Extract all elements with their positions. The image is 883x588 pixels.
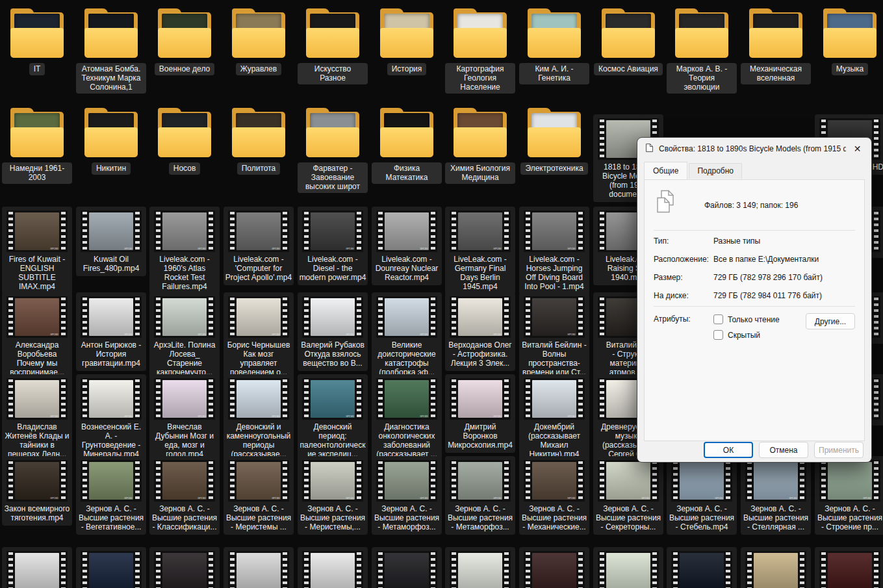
file-item[interactable]: HPCBE: [224, 547, 294, 588]
file-item[interactable]: HPCBE: [815, 547, 883, 588]
cancel-button[interactable]: Отмена: [759, 442, 808, 458]
close-icon[interactable]: ✕: [846, 140, 869, 158]
file-item[interactable]: HPCBELiveleak.com - 1960's Atlas Rocket …: [149, 207, 220, 294]
dialog-titlebar[interactable]: Свойства: 1818 to 1890s Bicycle Models (…: [637, 138, 871, 160]
film-strip-icon: HPCBE: [671, 460, 732, 502]
file-item[interactable]: HPCBEВалерий Рубаков Откуда взялось веще…: [298, 292, 368, 371]
folder-item[interactable]: Марков А. В. - Теория эволюции: [667, 6, 737, 94]
folder-icon: [7, 105, 67, 160]
folder-icon: [450, 6, 510, 60]
file-item[interactable]: HPCBEЗернов А. С. - Высшие растения - Ст…: [815, 456, 883, 535]
field-value: Разные типы: [713, 236, 855, 246]
folder-item[interactable]: Фарватер - Завоевание высоких широт: [298, 105, 368, 193]
video-thumbnail: HPCBE: [311, 212, 355, 250]
folder-item[interactable]: Намедни 1961-2003: [2, 105, 72, 184]
file-item[interactable]: HPCBE: [298, 547, 368, 588]
file-item[interactable]: HPCBEАлександра Воробьева Почему мы восп…: [2, 292, 72, 380]
field-value: 729 ГБ (782 984 011 776 байт): [713, 291, 855, 300]
folder-item[interactable]: Космос Авиация: [593, 6, 663, 75]
file-item[interactable]: HPCBEАнтон Бирюков - История гравитации.…: [76, 292, 146, 371]
folder-item[interactable]: Никитин: [76, 105, 146, 175]
file-item[interactable]: HPCBEFires of Kuwait - ENGLISH SUBTITLE …: [2, 207, 72, 294]
file-item[interactable]: HPCBELiveleak.com - 'Computer for Projec…: [224, 207, 294, 285]
file-item[interactable]: HPCBEДевонский период: палеонтологически…: [298, 374, 368, 462]
file-item[interactable]: HPCBE: [445, 547, 515, 588]
item-label: Картография Геология Население: [445, 63, 515, 94]
folder-item[interactable]: Атомная Бомба. Техникум Марка Солонина,1: [76, 6, 146, 94]
folder-item[interactable]: Музыка: [815, 6, 883, 75]
file-item[interactable]: HPCBEЗернов А. С. - Высшие растения - Ме…: [519, 456, 589, 535]
file-item[interactable]: HPCBEАрхэLite. Полина Лосева_ Старение к…: [149, 292, 220, 380]
file-item[interactable]: HPCBEЗернов А. С. - Высшие растения - Ме…: [298, 456, 368, 535]
folder-item[interactable]: Электротехника: [519, 105, 589, 175]
folder-item[interactable]: Военное дело: [149, 6, 220, 75]
thumbnail-watermark: HPCBE: [198, 415, 206, 418]
folder-item[interactable]: Политота: [224, 105, 294, 175]
file-item[interactable]: HPCBEЗернов А. С. - Высшие растения - Ст…: [741, 456, 811, 535]
item-label: Никитин: [92, 162, 131, 175]
folder-item[interactable]: Физика Матекатика: [372, 105, 442, 184]
video-thumbnail: HPCBE: [754, 462, 798, 500]
file-item[interactable]: HPCBEЗернов А. С. - Высшие растения - Ве…: [76, 456, 146, 535]
other-attributes-button[interactable]: Другие...: [806, 313, 855, 329]
film-strip-icon: HPCBE: [81, 460, 142, 502]
file-item[interactable]: HPCBEВладислав Житенёв Клады и тайники в…: [2, 374, 72, 462]
file-item[interactable]: HPCBEЗернов А. С. - Высшие растения - Ме…: [445, 456, 515, 535]
tab-details[interactable]: Подробно: [689, 163, 742, 179]
folder-item[interactable]: История: [372, 6, 442, 75]
file-item[interactable]: HPCBELiveleak.com - Horses Jumping Off D…: [519, 207, 589, 294]
tab-general[interactable]: Общие: [644, 162, 687, 179]
ok-button[interactable]: ОК: [704, 442, 753, 458]
file-item[interactable]: HPCBEДиагностика онкологических заболева…: [372, 374, 442, 462]
folder-item[interactable]: IT: [2, 6, 72, 75]
file-item[interactable]: HPCBELiveleak.com - Dounreay Nuclear Rea…: [372, 207, 442, 285]
film-strip-icon: HPCBE: [598, 551, 659, 588]
film-strip-icon: HPCBE: [81, 551, 142, 588]
file-item[interactable]: HPCBE: [593, 547, 663, 588]
file-item[interactable]: HPCBEБорис Чернышев Как мозг управляет п…: [224, 292, 294, 380]
file-item[interactable]: HPCBEЗакон всемирного тяготения.mp4: [2, 456, 72, 526]
file-item[interactable]: HPCBEДевонский и каменноугольный периоды…: [224, 374, 294, 462]
file-item[interactable]: HPCBEЗернов А. С. - Высшие растения - Ст…: [667, 456, 737, 535]
folder-item[interactable]: Картография Геология Население: [445, 6, 515, 94]
folder-item[interactable]: Ким А. И. - Генетика: [519, 6, 589, 84]
file-item[interactable]: HPCBEВеликие доисторические катастрофы (…: [372, 292, 442, 380]
file-item[interactable]: HPCBEЗернов А. С. - Высшие растения - Ме…: [372, 456, 442, 535]
item-label: Зернов А. С. - Высшие растения - Строени…: [816, 504, 883, 531]
file-item[interactable]: HPCBE: [667, 547, 737, 588]
file-item[interactable]: HPCBE: [372, 547, 442, 588]
file-item[interactable]: HPCBE: [76, 547, 146, 588]
checkbox-icon[interactable]: [713, 330, 723, 340]
file-item[interactable]: HPCBEЗернов А. С. - Высшие растения - Ме…: [224, 456, 294, 535]
file-item[interactable]: HPCBEЗернов А. С. - Высшие растения - Кл…: [149, 456, 220, 535]
file-item[interactable]: HPCBEВерходанов Олег - Астрофизика. Лекц…: [445, 292, 515, 371]
file-item[interactable]: HPCBE: [149, 547, 220, 588]
file-item[interactable]: HPCBEЗернов А. С. - Высшие растения - Се…: [593, 456, 663, 535]
file-item[interactable]: HPCBEВознесенский Е. А. - Грунтоведение …: [76, 374, 146, 462]
video-thumbnail: HPCBE: [754, 553, 798, 588]
file-item[interactable]: HPCBELiveleak.com - Diesel - the modern …: [298, 207, 368, 285]
folder-item[interactable]: Химия Биология Медицина: [445, 105, 515, 184]
folder-item[interactable]: Носов: [149, 105, 220, 175]
folder-item[interactable]: Искусство Разное: [298, 6, 368, 84]
item-label: Великие доисторические катастрофы (подбо…: [373, 340, 441, 377]
file-item[interactable]: HPCBEДмитрий Воронков Микроскопия.mp4: [445, 374, 515, 453]
folder-item[interactable]: Механическая вселенная: [741, 6, 811, 84]
hidden-checkbox-row[interactable]: Скрытый: [713, 330, 855, 340]
file-item[interactable]: HPCBEВиталий Бейлин - Волны пространства…: [519, 292, 589, 380]
file-item[interactable]: HPCBEВячеслав Дубынин Мозг и еда, мозг и…: [149, 374, 220, 462]
file-item[interactable]: HPCBEKuwait Oil Fires_480p.mp4: [76, 207, 146, 276]
file-item[interactable]: HPCBE: [741, 547, 811, 588]
file-item[interactable]: HPCBELiveLeak.com - Germany Final Days B…: [445, 207, 515, 294]
file-item[interactable]: HPCBE: [2, 547, 72, 588]
thumbnail-watermark: HPCBE: [272, 497, 280, 500]
folder-item[interactable]: Журавлев: [224, 6, 294, 75]
film-strip-icon: HPCBE: [302, 211, 363, 252]
file-item[interactable]: HPCBEДокембрий (рассказывает Михаил Ники…: [519, 374, 589, 462]
apply-button[interactable]: Применить: [814, 442, 864, 458]
folder-icon: [746, 6, 806, 60]
checkbox-icon[interactable]: [713, 314, 723, 324]
video-thumbnail: HPCBE: [680, 462, 724, 500]
file-item[interactable]: HPCBE: [519, 547, 589, 588]
film-strip-icon: HPCBE: [376, 211, 437, 252]
